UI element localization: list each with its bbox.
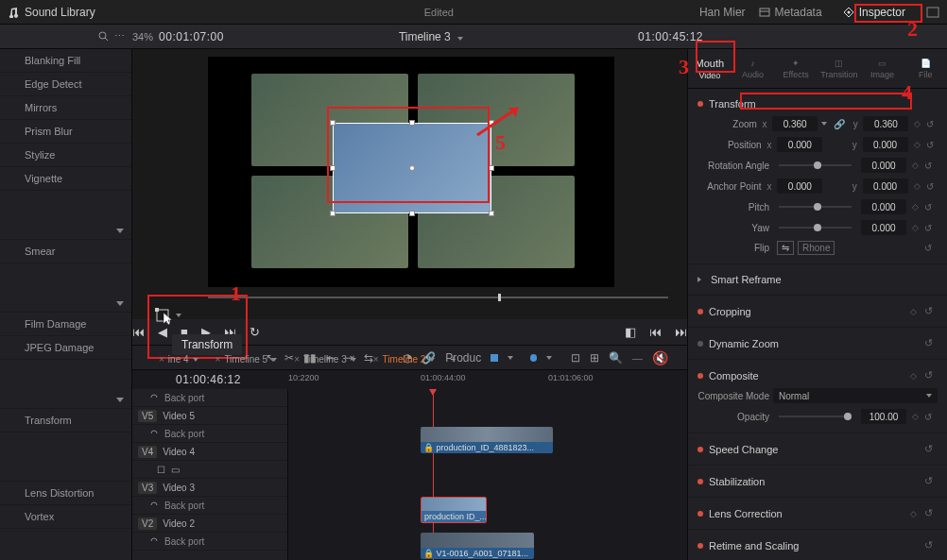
- timeline-ruler[interactable]: 10:2200 01:00:44:00 01:01:06:00: [288, 370, 687, 389]
- track-header[interactable]: V2Video 2: [132, 515, 287, 533]
- stabilization-header[interactable]: Stabilization↺: [697, 471, 938, 491]
- zoom-x-input[interactable]: [772, 116, 818, 131]
- track-link-row[interactable]: Back port: [132, 389, 287, 407]
- reset-icon[interactable]: ↺: [926, 140, 938, 150]
- effect-jpeg-damage[interactable]: JPEG Damage: [0, 336, 131, 360]
- transform-handle[interactable]: [330, 120, 336, 126]
- timeline-timecode[interactable]: 01:00:46:12: [176, 373, 241, 386]
- opacity-input[interactable]: [861, 409, 906, 424]
- enable-dot-icon[interactable]: [697, 101, 703, 107]
- anchor-x-input[interactable]: [777, 178, 822, 194]
- inspector-tab-audio[interactable]: ♪Audio: [732, 49, 775, 88]
- transform-handle[interactable]: [489, 211, 494, 216]
- inspector-tab-effects[interactable]: ✦Effects: [774, 49, 818, 88]
- metadata-button[interactable]: Metadata: [759, 6, 822, 19]
- enable-dot-icon[interactable]: [697, 479, 703, 484]
- effect-group-collapse[interactable]: [0, 191, 131, 240]
- options-icon[interactable]: ⋯: [114, 30, 125, 42]
- opacity-slider[interactable]: [779, 416, 852, 417]
- reset-icon[interactable]: ↺: [924, 475, 938, 487]
- effect-group-collapse-3[interactable]: [0, 360, 131, 409]
- enable-dot-icon[interactable]: [697, 373, 703, 379]
- marker-blue-icon[interactable]: [530, 354, 537, 362]
- overlay-mode-dropdown-icon[interactable]: [176, 314, 181, 317]
- keyframe-diamond-icon[interactable]: ◇: [910, 307, 917, 316]
- transform-handle[interactable]: [489, 120, 494, 126]
- viewer-overlay-mode-button[interactable]: [149, 302, 187, 329]
- reset-icon[interactable]: ↺: [924, 443, 938, 455]
- effect-mirrors[interactable]: Mirrors: [0, 96, 131, 120]
- track-header[interactable]: V3Video 3: [132, 479, 287, 497]
- keyframe-diamond-icon[interactable]: ◇: [912, 412, 919, 421]
- viewer-canvas[interactable]: [208, 57, 614, 287]
- transform-handle[interactable]: [330, 165, 336, 171]
- track-index[interactable]: V2: [138, 518, 157, 530]
- reset-icon[interactable]: ↺: [924, 507, 938, 519]
- search-icon[interactable]: [98, 31, 109, 42]
- reset-icon[interactable]: ↺: [924, 161, 938, 171]
- timeline-clip-selected[interactable]: production ID_...: [421, 497, 487, 523]
- scrubber-thumb[interactable]: [498, 294, 501, 301]
- reset-icon[interactable]: ↺: [924, 223, 938, 233]
- zoom-custom-icon[interactable]: 🔍: [609, 351, 623, 365]
- timeline-tab-active[interactable]: ×Timeline 2: [366, 351, 443, 367]
- keyframe-diamond-icon[interactable]: ◇: [912, 202, 919, 212]
- yaw-slider[interactable]: [779, 227, 852, 229]
- effect-prism-blur[interactable]: Prism Blur: [0, 120, 131, 144]
- reset-icon[interactable]: ↺: [924, 369, 938, 382]
- effect-group-collapse-2[interactable]: [0, 263, 131, 313]
- first-frame-button[interactable]: ⏮: [132, 325, 145, 339]
- zoom-detail-icon[interactable]: ⊞: [590, 351, 599, 365]
- reset-icon[interactable]: ↺: [924, 243, 938, 253]
- effect-lens-distortion[interactable]: Lens Distortion: [0, 482, 131, 505]
- flip-h-button[interactable]: ⇋: [777, 241, 794, 255]
- rotation-input[interactable]: [861, 158, 906, 173]
- sound-library-button[interactable]: Sound Library: [8, 6, 95, 19]
- speed-change-header[interactable]: Speed Change↺: [697, 439, 938, 459]
- pos-y-input[interactable]: [863, 137, 908, 152]
- keyframe-diamond-icon[interactable]: ◇: [914, 140, 921, 149]
- transform-overlay[interactable]: [333, 123, 491, 213]
- lens-correction-header[interactable]: Lens Correction◇↺: [697, 503, 938, 523]
- effect-transform[interactable]: Transform: [0, 409, 131, 433]
- mute-icon[interactable]: 🔇: [652, 350, 668, 365]
- pitch-input[interactable]: [861, 199, 906, 214]
- transform-section-header[interactable]: Transform: [697, 94, 938, 113]
- effect-blanking-fill[interactable]: Blanking Fill: [0, 49, 131, 73]
- reset-icon[interactable]: ↺: [924, 202, 938, 212]
- anchor-y-input[interactable]: [863, 178, 908, 194]
- match-frame-button[interactable]: ◧: [625, 325, 636, 339]
- composite-mode-select[interactable]: Normal: [773, 388, 938, 403]
- timeline-tab[interactable]: ×Timeline 3: [286, 351, 364, 367]
- reset-icon[interactable]: ↺: [924, 539, 938, 552]
- effect-film-damage[interactable]: Film Damage: [0, 313, 131, 336]
- track-header[interactable]: V4Video 4: [132, 443, 287, 461]
- track-link-row[interactable]: Back port: [132, 497, 287, 515]
- add-timeline-button[interactable]: +: [444, 354, 461, 365]
- zoom-preset-dropdown-icon[interactable]: [821, 122, 827, 126]
- prev-edit-button[interactable]: ⏮: [649, 325, 662, 339]
- pos-x-input[interactable]: [777, 137, 822, 152]
- pitch-slider[interactable]: [779, 206, 852, 208]
- timeline-title-dropdown-icon[interactable]: [457, 37, 463, 41]
- inspector-tab-video[interactable]: Mouth Video: [688, 49, 732, 88]
- dynamic-zoom-header[interactable]: Dynamic Zoom↺: [697, 333, 938, 353]
- inspector-tab-image[interactable]: ▭Image: [861, 49, 904, 88]
- transform-handle[interactable]: [409, 211, 415, 216]
- timeline-title-label[interactable]: Timeline 3: [399, 30, 451, 43]
- marker-dropdown-icon[interactable]: [546, 356, 552, 360]
- track-link-row[interactable]: Back port: [132, 425, 287, 443]
- flip-v-button[interactable]: Rhone: [798, 241, 835, 255]
- timeline-clip[interactable]: 🔒 V1-0016_A001_07181...: [421, 533, 534, 559]
- inspector-button[interactable]: Inspector: [835, 2, 913, 23]
- timeline-tracks[interactable]: 🔒 production_ID_4881823... production ID…: [288, 389, 687, 560]
- reset-icon[interactable]: ↺: [926, 119, 938, 129]
- inspector-tab-transition[interactable]: ◫Transition: [818, 49, 861, 88]
- track-index[interactable]: V5: [138, 410, 157, 422]
- track-controls-row[interactable]: ☐▭: [132, 461, 287, 479]
- keyframe-diamond-icon[interactable]: ◇: [910, 371, 917, 381]
- enable-dot-icon[interactable]: [697, 309, 703, 314]
- reset-icon[interactable]: ↺: [924, 337, 938, 349]
- enable-dot-icon[interactable]: [697, 511, 703, 517]
- track-link-row[interactable]: Back port: [132, 533, 287, 551]
